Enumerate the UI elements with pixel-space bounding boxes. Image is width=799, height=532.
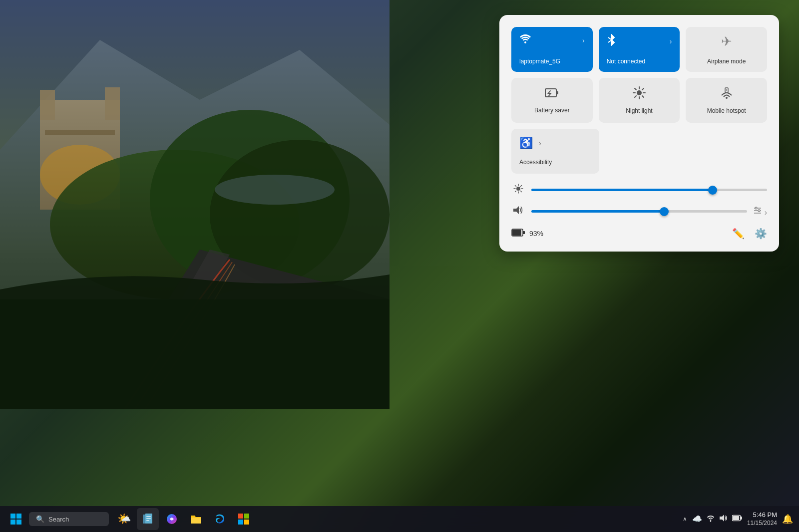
- svg-rect-49: [10, 520, 15, 525]
- tray-volume-icon[interactable]: [719, 514, 728, 524]
- sliders-section: ›: [511, 184, 767, 218]
- volume-row: ›: [511, 205, 767, 218]
- svg-rect-47: [10, 514, 15, 519]
- taskbar-app-explorer[interactable]: [185, 508, 207, 530]
- airplane-icon: ✈: [721, 34, 732, 49]
- svg-rect-5: [45, 130, 115, 135]
- windows-logo-icon: [10, 513, 22, 525]
- svg-line-23: [642, 96, 644, 97]
- accessibility-chevron-icon: ›: [539, 139, 541, 147]
- svg-point-12: [524, 41, 526, 43]
- notification-bell-icon[interactable]: 🔔: [782, 514, 793, 525]
- battery-percent: 93%: [529, 230, 543, 238]
- bluetooth-label: Not connected: [607, 58, 672, 65]
- svg-point-26: [726, 97, 728, 99]
- tray-wifi-icon[interactable]: [706, 514, 715, 524]
- landscape-svg: [0, 0, 390, 409]
- tray-battery-icon[interactable]: [732, 515, 742, 524]
- brightness-row: [511, 184, 767, 196]
- svg-rect-65: [741, 517, 742, 520]
- svg-rect-58: [244, 514, 249, 519]
- taskbar-app-weather[interactable]: 🌤️: [113, 508, 135, 530]
- taskbar-clock[interactable]: 5:46 PM 11/15/2024: [747, 511, 777, 527]
- quick-settings-row-2: Battery saver Night light: [511, 78, 767, 123]
- svg-rect-16: [556, 91, 558, 94]
- volume-settings-icon[interactable]: ›: [753, 206, 767, 217]
- taskbar-app-copilot[interactable]: [161, 508, 183, 530]
- svg-line-37: [515, 191, 516, 192]
- start-button[interactable]: [6, 509, 26, 529]
- night-light-tile[interactable]: Night light: [599, 78, 680, 123]
- svg-rect-57: [238, 514, 243, 519]
- bluetooth-icon: [607, 34, 616, 49]
- svg-rect-64: [733, 516, 739, 520]
- brightness-icon: [511, 184, 525, 196]
- accessibility-tile[interactable]: ♿ › Accessibility: [511, 129, 599, 174]
- battery-saver-tile[interactable]: Battery saver: [511, 78, 593, 123]
- edit-icon[interactable]: ✏️: [732, 228, 745, 240]
- tray-weather-icon[interactable]: ☁️: [692, 514, 702, 524]
- taskbar-app-file-dark[interactable]: [137, 508, 159, 530]
- svg-line-25: [635, 96, 636, 97]
- svg-line-22: [635, 88, 636, 90]
- taskbar-app-store[interactable]: [233, 508, 255, 530]
- mobile-hotspot-label: Mobile hotspot: [707, 107, 746, 114]
- wifi-label: laptopmate_5G: [519, 58, 585, 65]
- search-label: Search: [48, 516, 69, 523]
- svg-rect-59: [238, 520, 243, 525]
- settings-icon[interactable]: ⚙️: [755, 228, 767, 240]
- volume-slider[interactable]: [531, 210, 747, 213]
- clock-date: 11/15/2024: [747, 520, 777, 528]
- battery-icon: [511, 228, 525, 240]
- wifi-chevron-icon: ›: [582, 36, 585, 44]
- taskbar-apps: 🌤️: [113, 508, 683, 530]
- search-icon: 🔍: [36, 515, 44, 523]
- battery-saver-label: Battery saver: [534, 107, 570, 114]
- volume-icon: [511, 205, 525, 218]
- taskbar-right: ∧ ☁️: [683, 511, 793, 527]
- quick-settings-row-1: › laptopmate_5G › Not connected: [511, 27, 767, 72]
- svg-point-61: [710, 521, 711, 522]
- svg-rect-48: [16, 514, 21, 519]
- svg-point-43: [758, 210, 760, 212]
- svg-rect-46: [523, 231, 525, 234]
- quick-settings-bottom-icons: ✏️ ⚙️: [732, 228, 767, 240]
- svg-marker-38: [513, 206, 519, 214]
- svg-rect-53: [146, 516, 151, 517]
- system-tray-expand[interactable]: ∧: [683, 516, 687, 523]
- wifi-icon: [519, 34, 531, 47]
- accessibility-icon: ♿: [519, 137, 533, 150]
- svg-rect-3: [40, 90, 55, 120]
- battery-info: 93%: [511, 228, 543, 240]
- taskbar-app-edge[interactable]: [209, 508, 231, 530]
- night-light-label: Night light: [626, 107, 652, 114]
- svg-line-36: [521, 186, 522, 187]
- svg-rect-50: [16, 520, 21, 525]
- wifi-tile[interactable]: › laptopmate_5G: [511, 27, 593, 72]
- svg-line-34: [515, 186, 516, 187]
- svg-point-10: [215, 175, 335, 205]
- night-light-icon: [633, 86, 646, 102]
- svg-rect-55: [146, 520, 149, 521]
- accessibility-label: Accessibility: [519, 159, 591, 166]
- quick-settings-bottom: 93% ✏️ ⚙️: [511, 228, 767, 240]
- quick-settings-panel: › laptopmate_5G › Not connected: [499, 15, 779, 252]
- clock-time: 5:46 PM: [747, 511, 777, 520]
- bluetooth-tile[interactable]: › Not connected: [599, 27, 680, 72]
- mobile-hotspot-tile[interactable]: Mobile hotspot: [686, 78, 767, 123]
- svg-rect-4: [105, 87, 120, 120]
- battery-saver-icon: [545, 87, 559, 102]
- taskbar-search[interactable]: 🔍 Search: [29, 512, 109, 526]
- airplane-label: Airplane mode: [694, 58, 759, 65]
- svg-point-29: [516, 187, 520, 191]
- airplane-tile[interactable]: ✈ Airplane mode: [686, 27, 767, 72]
- bluetooth-chevron-icon: ›: [670, 37, 672, 45]
- svg-rect-45: [512, 230, 521, 236]
- svg-point-17: [637, 90, 642, 95]
- mobile-hotspot-icon: [720, 86, 734, 102]
- svg-point-42: [755, 207, 757, 209]
- brightness-slider[interactable]: [531, 189, 767, 191]
- svg-marker-62: [720, 515, 724, 522]
- svg-rect-54: [146, 518, 151, 519]
- quick-settings-row-3: ♿ › Accessibility: [511, 129, 767, 174]
